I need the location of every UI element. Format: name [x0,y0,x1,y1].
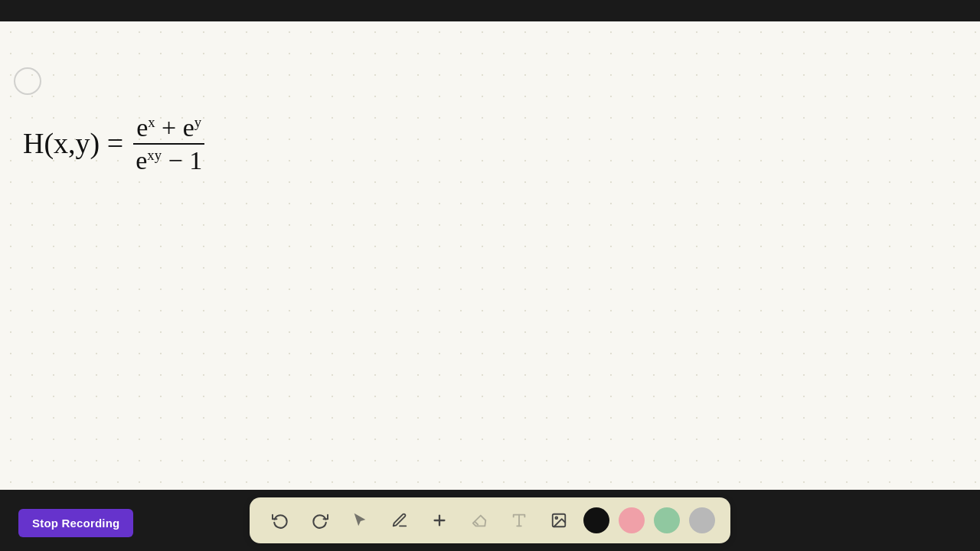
svg-point-6 [555,517,557,519]
stop-recording-button[interactable]: Stop Recording [18,509,133,537]
redo-button[interactable] [305,505,335,536]
canvas-area[interactable]: H(x,y) = ex + ey exy − 1 [0,21,980,490]
fraction-numerator: ex + ey [133,113,204,145]
color-green-button[interactable] [654,507,680,533]
undo-button[interactable] [265,505,296,536]
fraction-denominator: exy − 1 [132,145,205,174]
math-formula: H(x,y) = ex + ey exy − 1 [23,113,208,175]
formula-fraction: ex + ey exy − 1 [132,113,205,175]
pen-button[interactable] [384,505,415,536]
text-button[interactable] [504,505,534,536]
bottom-bar: Stop Recording [0,490,980,551]
toolbar [250,497,730,543]
eraser-button[interactable] [464,505,495,536]
formula-lhs: H(x,y) = [23,128,123,160]
cursor-indicator [14,67,41,95]
color-gray-button[interactable] [689,507,715,533]
add-button[interactable] [424,505,455,536]
top-bar [0,0,980,21]
image-button[interactable] [544,505,574,536]
svg-line-2 [475,522,479,525]
select-button[interactable] [345,505,375,536]
color-pink-button[interactable] [619,507,645,533]
screen: H(x,y) = ex + ey exy − 1 Stop Recording [0,0,980,551]
color-black-button[interactable] [583,507,609,533]
